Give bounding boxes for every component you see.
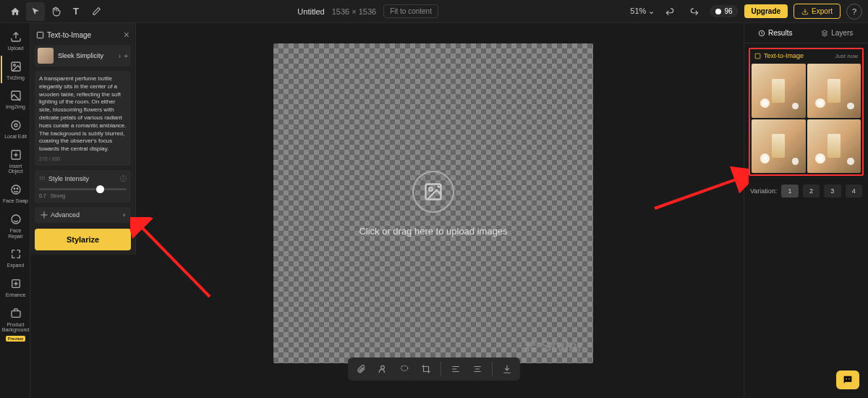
upgrade-button[interactable]: Upgrade bbox=[744, 4, 788, 18]
hand-tool-icon[interactable] bbox=[46, 2, 65, 21]
rail-enhance[interactable]: Enhance bbox=[1, 273, 30, 301]
svg-point-3 bbox=[14, 124, 17, 127]
result-image-2[interactable] bbox=[807, 64, 861, 118]
svg-point-21 bbox=[429, 187, 433, 191]
left-tool-rail: Upload Txt2img Img2img Local Edit Insert… bbox=[0, 23, 30, 398]
variation-2[interactable]: 2 bbox=[803, 185, 820, 198]
svg-rect-29 bbox=[755, 54, 760, 59]
result-image-1[interactable] bbox=[752, 64, 806, 118]
export-button[interactable]: Export bbox=[793, 4, 841, 19]
svg-point-13 bbox=[41, 177, 41, 177]
panel-title: Text-to-Image bbox=[36, 31, 91, 39]
align-center-icon[interactable] bbox=[470, 362, 485, 376]
help-icon[interactable]: ? bbox=[846, 4, 862, 20]
svg-point-17 bbox=[42, 179, 43, 179]
tab-layers[interactable]: Layers bbox=[807, 23, 869, 43]
rail-face-repair[interactable]: Face Repair bbox=[1, 208, 30, 242]
chevron-right-icon[interactable]: › bbox=[119, 52, 121, 60]
result-image-3[interactable] bbox=[752, 119, 806, 174]
style-thumbnail bbox=[38, 48, 54, 64]
svg-rect-12 bbox=[37, 32, 43, 38]
svg-rect-24 bbox=[525, 347, 529, 352]
right-panel: Results Layers Text-to-Image Just now Va… bbox=[744, 23, 868, 398]
style-name-label: Sleek Simplicity bbox=[58, 52, 114, 59]
rail-upload[interactable]: Upload bbox=[1, 26, 30, 54]
result-timestamp: Just now bbox=[835, 53, 858, 59]
style-intensity-control: Style Intensity ⓘ 0.7 Strong bbox=[35, 170, 131, 203]
svg-point-14 bbox=[42, 177, 43, 177]
bottom-toolbar bbox=[348, 357, 520, 381]
redo-icon[interactable] bbox=[685, 2, 704, 21]
stylar-watermark: Stylar bbox=[522, 337, 583, 356]
svg-rect-25 bbox=[531, 347, 535, 352]
svg-line-31 bbox=[655, 178, 740, 208]
add-style-icon[interactable]: + bbox=[124, 52, 128, 60]
svg-point-9 bbox=[12, 215, 20, 224]
svg-point-32 bbox=[846, 378, 847, 380]
svg-point-26 bbox=[381, 365, 385, 369]
rail-insert-object[interactable]: Insert Object bbox=[1, 144, 30, 177]
upload-hint-text: Click or drag here to upload images bbox=[359, 226, 507, 237]
person-icon[interactable] bbox=[375, 362, 390, 376]
rail-img2img[interactable]: Img2img bbox=[1, 85, 30, 113]
result-card: Text-to-Image Just now bbox=[749, 48, 864, 176]
prompt-text: A transparent perfume bottle elegantly s… bbox=[39, 75, 127, 153]
svg-rect-22 bbox=[525, 342, 529, 346]
prompt-textarea[interactable]: A transparent perfume bottle elegantly s… bbox=[35, 71, 131, 166]
info-icon[interactable]: ⓘ bbox=[120, 174, 127, 184]
rail-txt2img[interactable]: Txt2img bbox=[1, 56, 30, 84]
svg-point-7 bbox=[14, 188, 14, 189]
svg-point-16 bbox=[41, 179, 41, 179]
svg-point-18 bbox=[44, 179, 45, 179]
zoom-level[interactable]: 51% ⌄ bbox=[630, 7, 655, 16]
result-image-4[interactable] bbox=[807, 119, 861, 174]
rail-local-edit[interactable]: Local Edit bbox=[1, 114, 30, 143]
undo-icon[interactable] bbox=[660, 2, 679, 21]
tab-results[interactable]: Results bbox=[744, 23, 807, 43]
svg-point-1 bbox=[13, 64, 15, 66]
variation-label: Variation: bbox=[750, 187, 777, 195]
intensity-slider[interactable] bbox=[39, 188, 127, 190]
svg-point-4 bbox=[12, 121, 20, 130]
upload-image-icon bbox=[412, 171, 454, 213]
char-counter: 270 / 800 bbox=[39, 156, 127, 161]
rail-product-background[interactable]: Product BackgroundPreview bbox=[1, 302, 30, 344]
variation-3[interactable]: 3 bbox=[824, 185, 841, 198]
annotation-arrow-2 bbox=[647, 136, 749, 216]
stylarize-button[interactable]: Stylarize bbox=[35, 229, 131, 250]
svg-point-19 bbox=[43, 214, 46, 216]
text-tool-icon[interactable]: T bbox=[67, 2, 85, 21]
fit-to-content-button[interactable]: Fit to content bbox=[383, 4, 438, 18]
canvas[interactable]: Click or drag here to upload images Styl… bbox=[273, 43, 593, 363]
advanced-toggle[interactable]: Advanced › bbox=[35, 207, 131, 223]
txt2img-panel: Text-to-Image × Sleek Simplicity › + A t… bbox=[30, 23, 136, 255]
svg-line-30 bbox=[139, 224, 210, 297]
svg-rect-23 bbox=[531, 342, 535, 346]
svg-point-8 bbox=[17, 188, 17, 189]
credits-badge[interactable]: 96 bbox=[710, 5, 738, 17]
variation-1[interactable]: 1 bbox=[781, 185, 798, 198]
document-title[interactable]: Untitled bbox=[297, 7, 324, 16]
svg-point-15 bbox=[44, 177, 45, 177]
align-left-icon[interactable] bbox=[448, 362, 463, 376]
svg-point-6 bbox=[12, 185, 20, 194]
svg-point-33 bbox=[848, 378, 850, 380]
svg-rect-11 bbox=[12, 310, 20, 317]
result-title: Text-to-Image bbox=[754, 52, 804, 59]
close-icon[interactable]: × bbox=[124, 29, 129, 41]
lasso-icon[interactable] bbox=[397, 362, 412, 376]
chat-icon[interactable] bbox=[836, 371, 859, 389]
rail-expand[interactable]: Expand bbox=[1, 243, 30, 271]
pointer-tool-icon[interactable] bbox=[26, 2, 45, 21]
document-dimensions: 1536 × 1536 bbox=[332, 7, 376, 16]
home-icon[interactable] bbox=[6, 2, 25, 21]
download-icon[interactable] bbox=[500, 362, 514, 376]
topbar: T Untitled 1536 × 1536 Fit to content 51… bbox=[0, 0, 868, 23]
attach-icon[interactable] bbox=[354, 362, 368, 376]
crop-icon[interactable] bbox=[419, 362, 433, 376]
annotation-arrow-1 bbox=[130, 217, 224, 304]
style-selector[interactable]: Sleek Simplicity › + bbox=[35, 45, 131, 67]
brush-tool-icon[interactable] bbox=[87, 2, 106, 21]
variation-4[interactable]: 4 bbox=[846, 185, 862, 198]
rail-face-swap[interactable]: Face Swap bbox=[1, 179, 30, 207]
